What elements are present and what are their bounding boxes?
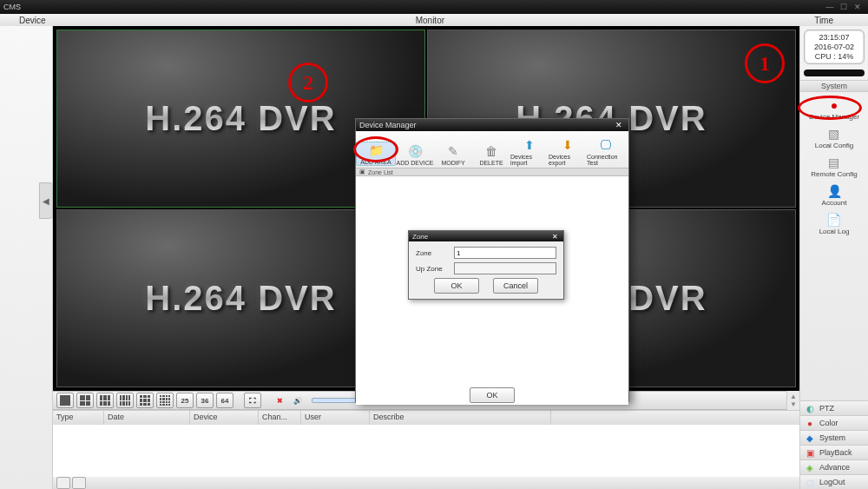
dm-tool-devices-import[interactable]: ⬆Devices import	[510, 137, 549, 166]
clock-box: 23:15:07 2016-07-02 CPU : 14%	[804, 30, 865, 64]
system-item-label: Remote Config	[811, 171, 857, 178]
right-button-advance[interactable]: ◈Advance	[800, 459, 868, 474]
fullscreen-button[interactable]: ⛶	[244, 393, 261, 408]
system-item-icon: ▤	[825, 155, 843, 170]
system-item-remote-config[interactable]: ▤Remote Config	[811, 155, 857, 178]
log-footer	[53, 477, 799, 489]
log-col-user[interactable]: User	[301, 411, 370, 425]
minimize-icon[interactable]: —	[823, 2, 837, 12]
grid-4-button[interactable]	[76, 393, 94, 408]
system-panel-header: System	[800, 80, 868, 92]
system-item-label: Account	[822, 200, 847, 207]
log-col-date[interactable]: Date	[104, 411, 190, 425]
system-item-label: Local Log	[819, 228, 850, 235]
dm-tool-icon: ⬇	[559, 137, 576, 153]
dialog-titlebar[interactable]: Device Manager ✕	[356, 119, 628, 131]
dm-tool-add-area[interactable]: 📁ADD AREA	[356, 142, 396, 166]
log-col-chan[interactable]: Chan...	[259, 411, 301, 425]
dm-tool-delete[interactable]: 🗑DELETE	[472, 143, 510, 166]
menu-device[interactable]: Device	[0, 16, 65, 25]
zone-ok-button[interactable]: OK	[434, 278, 479, 294]
upzone-input[interactable]	[454, 262, 556, 274]
dm-tool-label: ADD DEVICE	[397, 160, 434, 166]
zone-input[interactable]	[454, 247, 556, 259]
menu-monitor[interactable]: Monitor	[65, 16, 796, 25]
system-item-label: Local Config	[815, 142, 853, 149]
grid-1-button[interactable]	[56, 393, 74, 408]
zone-dialog-titlebar[interactable]: Zone ✕	[409, 231, 563, 241]
device-manager-dialog: Device Manager ✕ 📁ADD AREA💿ADD DEVICE✎MO…	[355, 118, 629, 402]
dm-tool-icon: 🗑	[483, 143, 500, 159]
zone-cancel-button[interactable]: Cancel	[493, 278, 538, 294]
zone-dialog-close-icon[interactable]: ✕	[549, 232, 560, 241]
device-manager-toolbar: 📁ADD AREA💿ADD DEVICE✎MODIFY🗑DELETE⬆Devic…	[356, 131, 628, 168]
log-col-type[interactable]: Type	[53, 411, 104, 425]
right-button-label: System	[819, 433, 845, 442]
right-button-color[interactable]: ●Color	[800, 415, 868, 430]
upzone-label: Up Zone	[416, 265, 449, 273]
center-panel: H.264 DVR H.264 DVR H.264 DVR H.264 DVR …	[53, 26, 799, 489]
grid-16-button[interactable]	[156, 393, 174, 408]
zone-label: Zone	[416, 249, 449, 257]
system-item-local-config[interactable]: ▧Local Config	[815, 126, 853, 149]
right-button-playback[interactable]: ▣PlayBack	[800, 445, 868, 459]
log-header: TypeDateDeviceChan...UserDescribe	[53, 411, 799, 425]
right-button-label: Color	[819, 419, 838, 427]
left-panel-toggle[interactable]: ◀	[39, 182, 53, 219]
menu-time[interactable]: Time	[795, 16, 868, 25]
log-col-device[interactable]: Device	[190, 411, 259, 425]
right-button-icon: ◐	[804, 402, 816, 414]
device-tree-header: ▣ Zone List	[356, 168, 628, 176]
grid-6-button[interactable]	[96, 393, 114, 408]
log-next-button[interactable]	[72, 477, 86, 489]
grid-64-button[interactable]: 64	[216, 393, 233, 408]
dm-tool-devices-export[interactable]: ⬇Devices export	[549, 137, 587, 166]
tree-icon: ▣	[359, 169, 365, 175]
volume-icon[interactable]: 🔊	[290, 393, 306, 407]
right-panel: 23:15:07 2016-07-02 CPU : 14% System ●De…	[799, 26, 868, 489]
dm-tool-icon: 🖵	[597, 137, 615, 153]
menubar: Device Monitor Time	[0, 14, 868, 26]
system-item-icon: 📄	[825, 212, 843, 228]
dm-tool-label: MODIFY	[441, 160, 464, 166]
dm-tool-modify[interactable]: ✎MODIFY	[434, 143, 472, 166]
system-item-local-log[interactable]: 📄Local Log	[819, 212, 850, 235]
close-icon[interactable]: ✕	[851, 2, 865, 12]
toolbar-scroll[interactable]: ▲▼	[786, 391, 799, 410]
dm-tool-label: DELETE	[479, 160, 503, 166]
clock-time: 23:15:07	[806, 33, 862, 43]
right-button-logout[interactable]: ◌LogOut	[800, 474, 868, 489]
right-button-system[interactable]: ◆System	[800, 430, 868, 445]
dm-tool-icon: 📁	[367, 142, 385, 158]
dialog-title: Device Manager	[359, 121, 417, 129]
app-title: CMS	[3, 3, 21, 11]
log-prev-button[interactable]	[56, 477, 70, 489]
dm-tool-icon: ✎	[444, 143, 462, 159]
dm-tool-add-device[interactable]: 💿ADD DEVICE	[396, 143, 434, 166]
right-button-label: PlayBack	[819, 448, 852, 457]
log-panel: TypeDateDeviceChan...UserDescribe	[53, 410, 799, 489]
device-manager-ok-button[interactable]: OK	[470, 387, 515, 403]
log-col-describe[interactable]: Describe	[370, 411, 551, 425]
right-button-label: PTZ	[819, 404, 834, 413]
right-button-icon: ◌	[804, 476, 816, 488]
disconnect-button[interactable]: ✖	[272, 393, 287, 407]
grid-36-button[interactable]: 36	[196, 393, 214, 408]
dialog-close-icon[interactable]: ✕	[613, 120, 625, 130]
grid-8-button[interactable]	[116, 393, 134, 408]
log-body	[53, 425, 799, 477]
system-item-device-manager[interactable]: ●Device Manager	[809, 97, 859, 121]
system-item-account[interactable]: 👤Account	[822, 183, 847, 207]
dm-tool-connection-test[interactable]: 🖵Connection Test	[587, 137, 625, 166]
maximize-icon[interactable]: ☐	[837, 2, 851, 12]
dm-tool-label: Devices import	[510, 154, 549, 166]
right-button-ptz[interactable]: ◐PTZ	[800, 400, 868, 415]
left-panel: ◀	[0, 26, 53, 489]
device-manager-body: Zone ✕ Zone Up Zone	[356, 176, 628, 405]
grid-25-button[interactable]: 25	[176, 393, 194, 408]
window-titlebar: CMS — ☐ ✕	[0, 0, 868, 14]
dm-tool-label: ADD AREA	[360, 159, 391, 165]
right-button-label: Advance	[819, 463, 850, 472]
system-item-icon: 👤	[825, 183, 843, 199]
grid-9-button[interactable]	[136, 393, 154, 408]
